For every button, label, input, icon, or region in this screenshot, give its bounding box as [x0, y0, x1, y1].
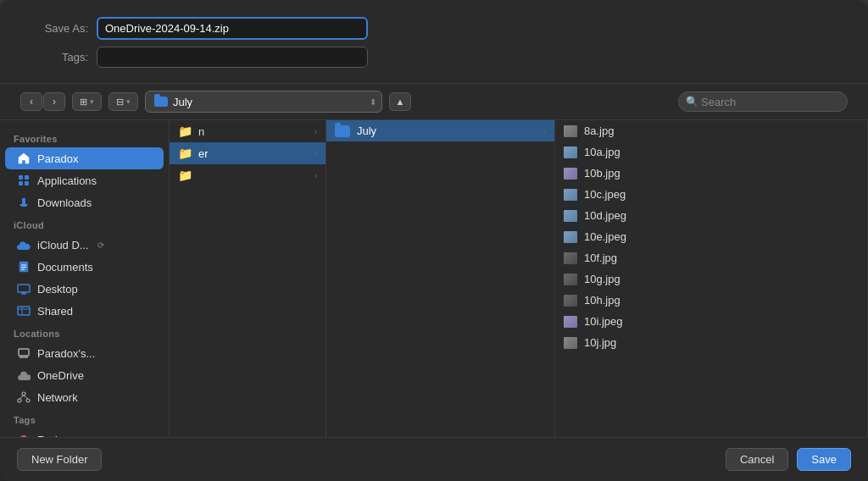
sidebar-item-shared[interactable]: Shared	[5, 300, 164, 322]
file-icon	[564, 337, 577, 349]
sidebar-item-onedrive-label: OneDrive	[37, 369, 84, 382]
sidebar-item-icloud-label: iCloud D...	[37, 239, 89, 252]
chevron-icon: ›	[314, 149, 317, 158]
file-label-10j: 10j.jpg	[584, 336, 616, 349]
file-icon	[564, 295, 577, 307]
search-placeholder: Search	[701, 96, 736, 108]
tags-row: Tags:	[20, 47, 848, 68]
browser-item-col1-0[interactable]: 📁 n ›	[170, 120, 326, 142]
view-columns-button[interactable]: ⊞ ▾	[72, 92, 102, 111]
sidebar-item-downloads[interactable]: Downloads	[5, 191, 164, 213]
save-as-input[interactable]	[97, 17, 368, 40]
file-item-10h[interactable]: 10h.jpg	[555, 290, 867, 311]
forward-button[interactable]: ›	[43, 92, 65, 111]
dialog-footer: New Folder Cancel Save	[0, 437, 868, 481]
sidebar-item-desktop[interactable]: Desktop	[5, 278, 164, 300]
location-selector[interactable]: July ⬍	[145, 91, 382, 113]
expand-icon: ▲	[396, 97, 405, 107]
svg-point-21	[26, 399, 30, 402]
sidebar: Favorites Paradox	[0, 120, 170, 437]
tags-section-header: Tags	[0, 408, 169, 428]
file-label-10g: 10g.jpg	[584, 273, 620, 285]
folder-icon-col1-0: 📁	[178, 124, 192, 138]
sidebar-item-applications-label: Applications	[37, 174, 97, 187]
favorites-header: Favorites	[0, 127, 169, 147]
file-icon	[564, 274, 577, 285]
sidebar-item-documents[interactable]: Documents	[5, 256, 164, 278]
browser-col-1: 📁 n › 📁 er › 📁 ›	[170, 120, 326, 437]
new-folder-button[interactable]: New Folder	[17, 448, 102, 471]
july-chevron-icon: ›	[543, 126, 546, 135]
search-box[interactable]: 🔍 Search	[678, 91, 848, 112]
file-item-10g[interactable]: 10g.jpg	[555, 268, 867, 290]
browser-col-2: July ›	[326, 120, 555, 437]
view-grid-button[interactable]: ⊟ ▾	[108, 92, 138, 111]
tags-input[interactable]	[97, 47, 368, 68]
expand-button[interactable]: ▲	[389, 92, 411, 111]
file-icon	[564, 168, 577, 180]
sidebar-item-paradox[interactable]: Paradox	[5, 147, 164, 169]
main-content: Favorites Paradox	[0, 120, 868, 437]
grid-icon: ⊟	[116, 97, 124, 108]
file-item-10a[interactable]: 10a.jpg	[555, 141, 867, 163]
sidebar-item-icloud-drive[interactable]: iCloud D... ⟳	[5, 234, 164, 256]
browser-item-col1-2[interactable]: 📁 ›	[170, 164, 326, 186]
sidebar-item-onedrive[interactable]: OneDrive	[5, 364, 164, 386]
chevron-icon: ›	[314, 127, 317, 136]
sidebar-item-paradoxs[interactable]: Paradox's...	[5, 342, 164, 364]
sidebar-item-desktop-label: Desktop	[37, 283, 78, 296]
dialog-header: Save As: Tags:	[0, 0, 868, 84]
july-folder-icon	[335, 125, 350, 137]
file-icon	[564, 231, 577, 243]
svg-rect-2	[19, 181, 23, 185]
file-item-10i[interactable]: 10i.jpeg	[555, 311, 867, 332]
file-label-10b: 10b.jpg	[584, 167, 620, 180]
file-icon	[564, 147, 577, 158]
file-label-10i: 10i.jpeg	[584, 315, 623, 328]
browser-item-col1-1-label: er	[198, 147, 209, 160]
file-item-10d[interactable]: 10d.jpeg	[555, 205, 867, 226]
browser-item-july[interactable]: July ›	[326, 120, 554, 141]
file-item-10j[interactable]: 10j.jpg	[555, 332, 867, 353]
file-item-10b[interactable]: 10b.jpg	[555, 163, 867, 184]
location-selector-inner: July	[154, 96, 358, 108]
locations-header: Locations	[0, 322, 169, 342]
sidebar-item-network[interactable]: Network	[5, 386, 164, 408]
folder-icon	[154, 97, 168, 107]
location-label: July	[173, 96, 192, 108]
file-item-10e[interactable]: 10e.jpeg	[555, 226, 867, 247]
file-icon	[564, 210, 577, 222]
onedrive-icon	[17, 368, 31, 382]
file-label-10e: 10e.jpeg	[584, 230, 626, 243]
columns-icon: ⊞	[80, 97, 87, 108]
svg-point-20	[18, 399, 21, 402]
file-item-8a[interactable]: 8a.jpg	[555, 120, 867, 141]
browser-col-3: 8a.jpg 10a.jpg 10b.jpg 10c.jpeg 10d.jpeg	[555, 120, 868, 437]
sidebar-item-paradox-label: Paradox	[37, 152, 78, 165]
file-label-10c: 10c.jpeg	[584, 188, 626, 201]
cancel-button[interactable]: Cancel	[726, 448, 788, 471]
sidebar-item-red-tag[interactable]: Red	[5, 428, 164, 437]
svg-rect-1	[25, 175, 29, 180]
svg-point-19	[22, 392, 25, 395]
file-label-8a: 8a.jpg	[584, 124, 614, 137]
file-item-10c[interactable]: 10c.jpeg	[555, 184, 867, 205]
documents-icon	[17, 260, 31, 274]
sidebar-item-applications[interactable]: Applications	[5, 169, 164, 191]
file-browser: 📁 n › 📁 er › 📁 › Ju	[170, 120, 868, 437]
save-dialog: Save As: Tags: ‹ › ⊞ ▾ ⊟ ▾ July ⬍	[0, 0, 868, 481]
grid-arrow: ▾	[126, 97, 131, 106]
browser-item-col1-1[interactable]: 📁 er ›	[170, 142, 326, 164]
file-label-10a: 10a.jpg	[584, 146, 620, 158]
svg-rect-8	[18, 285, 30, 292]
file-icon	[564, 125, 577, 137]
file-icon	[564, 189, 577, 201]
file-item-10f[interactable]: 10f.jpg	[555, 247, 867, 268]
file-label-10h: 10h.jpg	[584, 294, 620, 307]
save-button[interactable]: Save	[797, 448, 851, 471]
file-icon	[564, 316, 577, 328]
file-label-10d: 10d.jpeg	[584, 209, 626, 222]
save-as-row: Save As:	[20, 17, 848, 40]
location-chevron-icon: ⬍	[370, 97, 376, 107]
back-button[interactable]: ‹	[20, 92, 42, 111]
